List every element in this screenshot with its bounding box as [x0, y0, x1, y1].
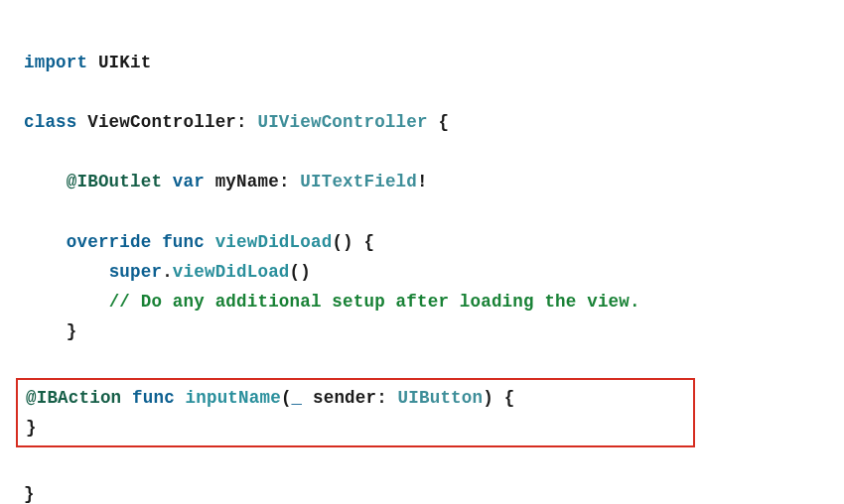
- param-name: sender: [313, 388, 376, 408]
- highlighted-region: @IBAction func inputName(_ sender: UIBut…: [16, 378, 695, 447]
- keyword-import: import: [24, 53, 87, 72]
- keyword-override: override: [67, 232, 152, 252]
- keyword-class: class: [24, 112, 77, 132]
- var-type: UITextField: [300, 172, 417, 191]
- func-name-inputname: inputName: [186, 388, 281, 408]
- keyword-func: func: [162, 232, 205, 252]
- line-7: override func viewDidLoad() {: [24, 232, 374, 252]
- super-keyword: super: [109, 262, 163, 282]
- line-8: super.viewDidLoad(): [24, 262, 311, 282]
- line-13: }: [26, 418, 37, 438]
- brace-close: }: [67, 321, 77, 341]
- line-15: }: [24, 484, 35, 504]
- code-block: import UIKit class ViewController: UIVie…: [0, 0, 844, 504]
- func-name-viewdidload: viewDidLoad: [215, 232, 333, 252]
- line-1: import UIKit: [24, 53, 151, 72]
- ibaction-annotation: @IBAction: [26, 388, 121, 408]
- super-type: UIViewController: [257, 112, 427, 132]
- keyword-var: var: [173, 172, 205, 191]
- keyword-func: func: [132, 388, 175, 408]
- class-name: ViewController: [87, 112, 236, 132]
- comment-text: // Do any additional setup after loading…: [109, 292, 640, 312]
- line-12: @IBAction func inputName(_ sender: UIBut…: [26, 388, 514, 408]
- param-type: UIButton: [398, 388, 484, 408]
- line-3: class ViewController: UIViewController {: [24, 112, 449, 132]
- brace-close-class: }: [24, 484, 35, 504]
- call-viewdidload: viewDidLoad: [173, 262, 290, 282]
- var-name: myName: [215, 172, 279, 191]
- line-5: @IBOutlet var myName: UITextField!: [24, 172, 428, 191]
- line-9: // Do any additional setup after loading…: [24, 292, 640, 312]
- brace-close: }: [26, 418, 37, 438]
- module-name: UIKit: [98, 53, 152, 72]
- line-10: }: [24, 321, 77, 341]
- iboutlet-annotation: @IBOutlet: [67, 172, 162, 191]
